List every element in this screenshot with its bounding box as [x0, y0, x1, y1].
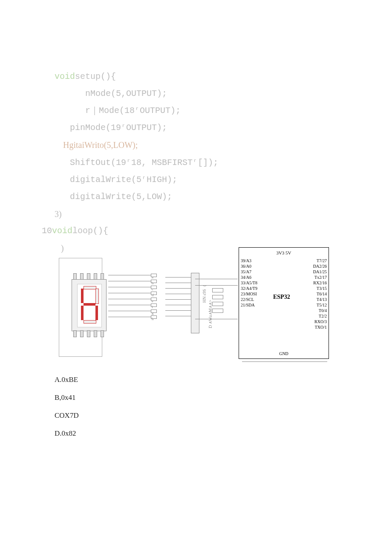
- kw-void: void: [55, 72, 75, 81]
- digit-body: [77, 284, 102, 327]
- esp-right-pins: T7/27 DA2/26 DA1/25 Tx2/17 RX2/16 T3/15 …: [313, 258, 327, 330]
- gnd-label: GND: [239, 351, 329, 356]
- segment-bus-labels: a b c d e f g h: [152, 274, 154, 322]
- resistor-icon: [195, 308, 238, 313]
- pin-row-top: [72, 273, 106, 279]
- code-line-5: HgitaiWrito(5,LOW);: [55, 136, 218, 154]
- option-c: COX7D: [55, 407, 79, 425]
- circuit-diagram: a b c d e f g h HN ε9S（ D ∧Wu∧M∧∧> 3V3 5…: [55, 247, 327, 358]
- seven-segment-unit: a b c d e f g h: [55, 258, 153, 356]
- pin-row-bottom: [72, 330, 106, 336]
- code-line-8: digitalWrite(5,LOW);: [55, 188, 218, 205]
- resistor-icon: [195, 294, 238, 299]
- option-b: B,0x41: [55, 389, 79, 407]
- shift-input-wires: [165, 277, 191, 328]
- resistor-icon: [195, 301, 238, 306]
- esp-left-pins: 39/A3 36/A0 35/A7 34/A6 33/A5/T8 32/A4/T…: [241, 258, 257, 308]
- fn-setup: setup: [75, 72, 101, 81]
- code-line-9: 3): [55, 205, 218, 223]
- code-line-10: 10voidloop(){: [42, 223, 218, 240]
- seg-c: [95, 306, 98, 320]
- code-line-1: voidsetup(){: [55, 68, 218, 85]
- seg-f: [81, 289, 84, 303]
- power-rail: 3V3 5V: [239, 250, 329, 255]
- segment-bus: [108, 275, 151, 343]
- option-d: D.0x82: [55, 425, 79, 442]
- code-line-2: nMode(5,OUTPUT);: [55, 85, 218, 102]
- ground-line: [242, 361, 327, 362]
- esp32-board: 3V3 5V 39/A3 36/A0 35/A7 34/A6 33/A5/T8 …: [239, 247, 329, 359]
- seg-d: [84, 320, 96, 324]
- code-line-4: pinMode(19ʳOUTPUT);: [55, 119, 218, 136]
- code-line-6: ShiftOut(19ʳ18, MSBFIRSTʳ[]);: [55, 154, 218, 171]
- seg-a: [84, 286, 96, 289]
- code-line-3: r｜Mode(18ʳOUTPUT);: [55, 102, 218, 119]
- esp-link-wires: [195, 273, 238, 332]
- code-line-7: digitalWrite(5ʳHIGH);: [55, 171, 218, 188]
- seven-segment-chip: [72, 279, 107, 331]
- option-a: A.0xBE: [55, 371, 79, 389]
- resistor-icon: [195, 287, 238, 292]
- code-block: voidsetup(){ nMode(5,OUTPUT); r｜Mode(18ʳ…: [55, 68, 218, 257]
- seg-g: [84, 303, 95, 306]
- chip-name: ESP32: [273, 294, 290, 301]
- answer-options: A.0xBE B,0x41 COX7D D.0x82: [55, 371, 79, 442]
- seg-b: [95, 289, 99, 304]
- seg-e: [81, 306, 84, 320]
